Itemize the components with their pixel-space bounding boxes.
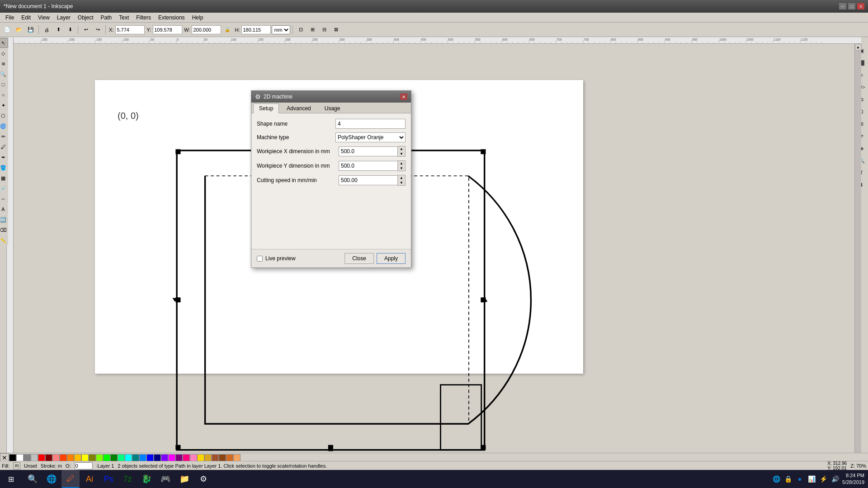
color-swatch[interactable] — [226, 454, 233, 461]
h-input[interactable] — [241, 25, 271, 34]
workpiece-x-up[interactable]: ▲ — [398, 146, 405, 151]
tweak-tool[interactable]: ≋ — [0, 59, 8, 69]
layer-indicator[interactable]: ·Layer 1 — [96, 463, 114, 469]
color-swatch[interactable] — [45, 454, 52, 461]
taskbar-photoshop[interactable]: Ps — [99, 470, 118, 488]
color-swatch[interactable] — [212, 454, 219, 461]
taskbar-settings[interactable]: ⚙ — [194, 470, 212, 488]
color-swatch[interactable] — [132, 454, 139, 461]
align-left-icon[interactable]: ⊡ — [295, 24, 306, 35]
color-swatch[interactable] — [31, 454, 38, 461]
color-swatch[interactable] — [110, 454, 118, 461]
fill-indicator[interactable]: m — [13, 462, 20, 469]
color-swatch[interactable] — [161, 454, 168, 461]
color-swatch[interactable] — [103, 454, 110, 461]
menu-layer[interactable]: Layer — [53, 14, 74, 22]
tray-network-icon[interactable]: 🌐 — [772, 474, 781, 483]
color-swatch[interactable] — [81, 454, 89, 461]
import-icon[interactable]: ⬆ — [53, 24, 64, 35]
color-swatch[interactable] — [175, 454, 183, 461]
apply-button[interactable]: Apply — [377, 253, 406, 264]
new-icon[interactable]: 📄 — [2, 24, 13, 35]
unit-select[interactable]: mm px cm in — [272, 25, 290, 34]
close-button[interactable]: Close — [344, 253, 374, 264]
rect-tool[interactable]: □ — [0, 80, 8, 89]
opacity-input[interactable] — [75, 462, 93, 469]
undo-icon[interactable]: ↩ — [80, 24, 91, 35]
text-tool[interactable]: A — [0, 204, 8, 214]
export-icon[interactable]: ⬇ — [65, 24, 75, 35]
color-swatch[interactable] — [204, 454, 212, 461]
taskbar-inkscape[interactable]: 🖊 — [61, 470, 80, 488]
lock-icon[interactable]: 🔒 — [222, 24, 233, 35]
bucket-tool[interactable]: 🪣 — [0, 163, 8, 173]
menu-object[interactable]: Object — [74, 14, 97, 22]
minimize-button[interactable]: ─ — [839, 3, 846, 9]
workpiece-x-input[interactable] — [339, 146, 397, 156]
color-swatch[interactable] — [125, 454, 132, 461]
maximize-button[interactable]: □ — [848, 3, 855, 9]
workpiece-y-input[interactable] — [339, 161, 397, 171]
system-clock[interactable]: 8:24 PM 5/28/2019 — [842, 472, 864, 486]
pen-tool[interactable]: 🖊 — [0, 142, 8, 152]
tray-security-icon[interactable]: 🔒 — [783, 474, 793, 483]
dialog-close-icon[interactable]: ✕ — [400, 94, 407, 100]
color-swatch[interactable] — [219, 454, 226, 461]
taskbar-app5[interactable]: 🐉 — [137, 470, 156, 488]
scroll-track-v[interactable] — [855, 51, 861, 459]
color-swatch[interactable] — [154, 454, 161, 461]
y-input[interactable] — [153, 25, 182, 34]
open-icon[interactable]: 📂 — [14, 24, 24, 35]
taskbar-filemanager[interactable]: 📁 — [175, 470, 193, 488]
taskbar-browser[interactable]: 🌐 — [42, 470, 61, 488]
circle-tool[interactable]: ○ — [0, 90, 8, 100]
color-swatch[interactable] — [233, 454, 241, 461]
cutting-speed-up[interactable]: ▲ — [398, 175, 405, 180]
workpiece-y-down[interactable]: ▼ — [398, 166, 405, 171]
zoom-tool[interactable]: 🔍 — [0, 69, 8, 79]
connector-tool[interactable]: ↔ — [0, 194, 8, 204]
color-swatch[interactable] — [60, 454, 67, 461]
menu-filters[interactable]: Filters — [132, 14, 155, 22]
color-swatch[interactable] — [52, 454, 60, 461]
live-preview-checkbox[interactable] — [257, 256, 263, 262]
menu-path[interactable]: Path — [97, 14, 116, 22]
node-tool[interactable]: ◇ — [0, 48, 8, 58]
canvas-area[interactable]: (0, 0) — [14, 44, 861, 465]
cutting-speed-down[interactable]: ▼ — [398, 180, 405, 185]
pencil-tool[interactable]: ✏ — [0, 131, 8, 141]
color-swatch[interactable] — [89, 454, 96, 461]
color-swatch[interactable] — [183, 454, 190, 461]
color-swatch[interactable] — [96, 454, 103, 461]
color-swatch[interactable] — [38, 454, 45, 461]
tab-setup[interactable]: Setup — [253, 103, 279, 113]
tray-app2-icon[interactable]: 📊 — [807, 474, 816, 483]
redo-icon[interactable]: ↪ — [92, 24, 103, 35]
tray-app1-icon[interactable]: ● — [795, 474, 804, 483]
tray-app3-icon[interactable]: ⚡ — [819, 474, 828, 483]
calligraphy-tool[interactable]: ✒ — [0, 152, 8, 162]
menu-edit[interactable]: Edit — [18, 14, 34, 22]
align-right-icon[interactable]: ⊟ — [319, 24, 330, 35]
transform-icon[interactable]: ⊠ — [330, 24, 341, 35]
color-swatch[interactable] — [74, 454, 81, 461]
tray-sound-icon[interactable]: 🔊 — [830, 474, 840, 483]
print-icon[interactable]: 🖨 — [41, 24, 52, 35]
live-preview-label[interactable]: Live preview — [265, 255, 296, 262]
eraser-tool[interactable]: ⌫ — [0, 225, 8, 235]
shape-name-input[interactable] — [335, 119, 406, 129]
measure-tool[interactable]: 📏 — [0, 235, 8, 245]
menu-view[interactable]: View — [34, 14, 53, 22]
color-swatch[interactable] — [118, 454, 125, 461]
menu-file[interactable]: File — [2, 14, 18, 22]
tab-usage[interactable]: Usage — [319, 103, 346, 113]
menu-help[interactable]: Help — [189, 14, 207, 22]
color-swatch[interactable] — [190, 454, 197, 461]
color-swatch[interactable] — [16, 454, 24, 461]
menu-extensions[interactable]: Extensions — [155, 14, 189, 22]
dialog-title-bar[interactable]: ⚙ 2D machine ✕ — [251, 91, 411, 103]
tab-advanced[interactable]: Advanced — [281, 103, 316, 113]
color-swatch[interactable] — [9, 454, 16, 461]
x-input[interactable] — [115, 25, 145, 34]
vertical-scrollbar[interactable]: ▲ ▼ — [854, 44, 861, 465]
